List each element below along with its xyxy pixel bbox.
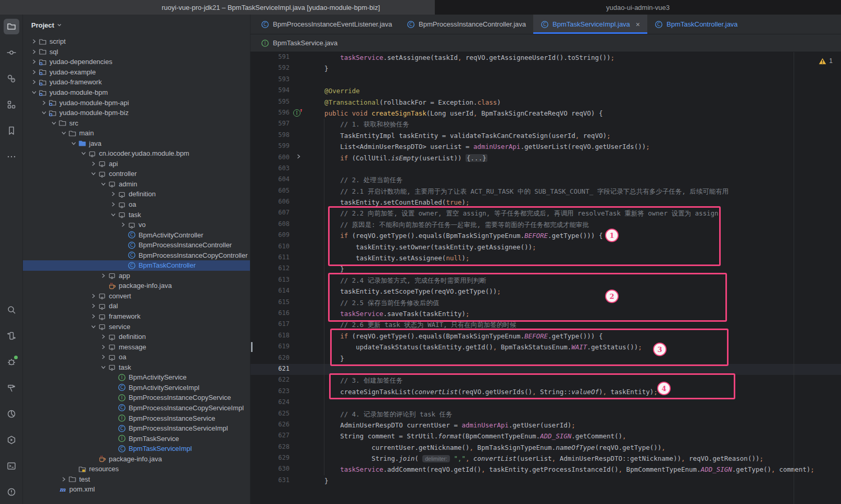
gutter[interactable]: 626 — [250, 420, 309, 431]
code-line-599[interactable]: 599 List<AdminUserRespDTO> userList = ad… — [250, 141, 841, 152]
tree-item-resources[interactable]: resources — [23, 464, 250, 474]
gutter[interactable]: 628 — [250, 442, 309, 453]
code-line-627[interactable]: 627 String comment = StrUtil.format(BpmC… — [250, 431, 841, 442]
chevron-expanded-icon[interactable] — [80, 151, 87, 156]
vcs-change-marker[interactable] — [251, 342, 253, 352]
tree-item-yudao-framework[interactable]: yudao-framework — [23, 77, 250, 87]
code-line-615[interactable]: 615 // 2.5 保存当前任务修改后的值 — [250, 297, 841, 308]
code-line-592[interactable]: 592 } — [250, 63, 841, 74]
chevron-collapsed-icon[interactable] — [119, 222, 127, 227]
build-hammer-icon[interactable] — [4, 380, 19, 396]
gutter[interactable]: 610 — [250, 242, 309, 253]
chevron-collapsed-icon[interactable] — [109, 192, 117, 196]
gutter[interactable]: 619 — [250, 342, 309, 352]
tree-item-package-info.java[interactable]: package-info.java — [23, 453, 250, 464]
gutter[interactable]: 605 — [250, 186, 309, 197]
tree-item-oa[interactable]: oa — [23, 199, 250, 210]
chevron-expanded-icon[interactable] — [109, 212, 117, 217]
tree-item-bpmactivityserviceimpl[interactable]: CBpmActivityServiceImpl — [23, 383, 250, 393]
code-line-620[interactable]: 620 } — [250, 353, 841, 364]
code-line-621[interactable]: 621 — [250, 364, 841, 375]
chevron-collapsed-icon[interactable] — [30, 80, 38, 84]
chevron-expanded-icon[interactable] — [99, 182, 107, 186]
gutter[interactable]: 631 — [250, 475, 309, 486]
code-line-609[interactable]: 609 if (reqVO.getType().equals(BpmTaskSi… — [250, 230, 841, 241]
tree-item-message[interactable]: message — [23, 342, 250, 352]
tree-item-task[interactable]: task — [23, 209, 250, 220]
gutter[interactable]: 615 — [250, 297, 309, 308]
profiler-pie-icon[interactable] — [4, 406, 19, 422]
code-line-617[interactable]: 617 // 2.6 更新 task 状态为 WAIT, 只有在向前加签的时候 — [250, 319, 841, 330]
chevron-expanded-icon[interactable] — [60, 131, 68, 135]
tree-item-script[interactable]: script — [23, 36, 250, 47]
tab-bpmprocessinstancecontroller.java[interactable]: CBpmProcessInstanceController.java — [399, 15, 533, 34]
code-line-631[interactable]: 631 } — [250, 475, 841, 486]
tree-item-sql[interactable]: sql — [23, 47, 250, 57]
gutter[interactable]: 595 — [250, 97, 309, 108]
tree-item-bpmactivityservice[interactable]: IBpmActivityService — [23, 372, 250, 383]
search-icon[interactable] — [4, 302, 19, 318]
gutter[interactable]: 624 — [250, 397, 309, 408]
tree-item-main[interactable]: main — [23, 128, 250, 138]
tree-item-bpmtaskservice[interactable]: IBpmTaskService — [23, 433, 250, 444]
gutter[interactable]: 600 — [250, 153, 309, 163]
tree-item-yudao-example[interactable]: yudao-example — [23, 67, 250, 78]
code-line-611[interactable]: 611 taskEntity.setAssignee(null); — [250, 253, 841, 263]
code-line-625[interactable]: 625 // 4. 记录加签的评论到 task 任务 — [250, 409, 841, 420]
tree-item-package-info.java[interactable]: package-info.java — [23, 281, 250, 291]
chevron-expanded-icon[interactable] — [90, 171, 97, 176]
services-icon[interactable] — [4, 432, 19, 448]
tree-item-oa[interactable]: oa — [23, 352, 250, 362]
tree-item-yudao-module-bpm-api[interactable]: yudao-module-bpm-api — [23, 97, 250, 108]
tree-item-vo[interactable]: vo — [23, 220, 250, 230]
code-line-613[interactable]: 613 // 2.4 记录加签方式, 完成任务时需要用到判断 — [250, 275, 841, 286]
gutter[interactable]: 608 — [250, 219, 309, 230]
code-line-618[interactable]: 618 if (reqVO.getType().equals(BpmTaskSi… — [250, 331, 841, 342]
gutter[interactable]: 597 — [250, 119, 309, 130]
chevron-collapsed-icon[interactable] — [30, 59, 38, 64]
code-line-619[interactable]: 619 updateTaskStatus(taskEntity.getId(),… — [250, 342, 841, 352]
gutter[interactable]: 603 — [250, 163, 309, 174]
tree-item-convert[interactable]: convert — [23, 291, 250, 301]
code-line-598[interactable]: 598 TaskEntityImpl taskEntity = validate… — [250, 130, 841, 141]
tab-bpmprocessinstanceeventlistener.java[interactable]: CBpmProcessInstanceEventListener.java — [254, 15, 399, 34]
gutter[interactable]: 623 — [250, 386, 309, 397]
tree-item-bpmtaskcontroller[interactable]: CBpmTaskController — [23, 260, 250, 271]
gutter[interactable]: 613 — [250, 275, 309, 286]
code-line-604[interactable]: 604 // 2. 处理当前任务 — [250, 174, 841, 185]
debug-icon[interactable] — [4, 354, 19, 370]
chevron-collapsed-icon[interactable] — [90, 304, 97, 308]
implementing-method-icon[interactable]: I↑ — [293, 109, 301, 117]
panel-arrows-icon[interactable] — [4, 328, 19, 344]
tree-item-cn.iocoder.yudao.module.bpm[interactable]: cn.iocoder.yudao.module.bpm — [23, 148, 250, 159]
tree-item-service[interactable]: service — [23, 321, 250, 332]
code-line-628[interactable]: 628 currentUser.getNickname(), BpmTaskSi… — [250, 442, 841, 453]
tree-item-bpmprocessinstancecontroller[interactable]: CBpmProcessInstanceController — [23, 240, 250, 250]
gutter[interactable]: 592 — [250, 63, 309, 74]
code-line-629[interactable]: 629 String.join( delimiter: ",", convert… — [250, 453, 841, 464]
code-line-593[interactable]: 593 — [250, 74, 841, 85]
chevron-expanded-icon[interactable] — [90, 324, 97, 329]
tree-item-bpmtaskserviceimpl[interactable]: CBpmTaskServiceImpl — [23, 444, 250, 454]
more-icon[interactable] — [4, 149, 19, 165]
chevron-collapsed-icon[interactable] — [90, 161, 97, 166]
gutter[interactable]: 618 — [250, 331, 309, 342]
gutter[interactable]: 630 — [250, 464, 309, 475]
chevron-expanded-icon[interactable] — [40, 110, 48, 115]
tree-item-pom.xml[interactable]: mpom.xml — [23, 484, 250, 495]
code-line-606[interactable]: 606 taskEntity.setCountEnabled(true); — [250, 197, 841, 208]
gutter[interactable]: 599 — [250, 141, 309, 152]
code-line-626[interactable]: 626 AdminUserRespDTO currentUser = admin… — [250, 420, 841, 431]
fold-marker-icon[interactable] — [296, 154, 301, 160]
project-folder-icon[interactable] — [4, 19, 19, 34]
chevron-collapsed-icon[interactable] — [109, 202, 117, 207]
chevron-collapsed-icon[interactable] — [99, 273, 107, 278]
gutter[interactable]: 616 — [250, 308, 309, 319]
code-line-594[interactable]: 594 @Override — [250, 85, 841, 96]
code-line-597[interactable]: 597 // 1. 获取和校验任务 — [250, 119, 841, 130]
window-titlebar[interactable]: ruoyi-vue-pro-jdk21 – BpmTaskServiceImpl… — [0, 0, 435, 15]
gutter[interactable]: 594 — [250, 85, 309, 96]
gutter[interactable]: 617 — [250, 319, 309, 330]
tree-item-test[interactable]: test — [23, 474, 250, 485]
tree-item-bpmprocessinstanceserviceimpl[interactable]: CBpmProcessInstanceServiceImpl — [23, 423, 250, 434]
